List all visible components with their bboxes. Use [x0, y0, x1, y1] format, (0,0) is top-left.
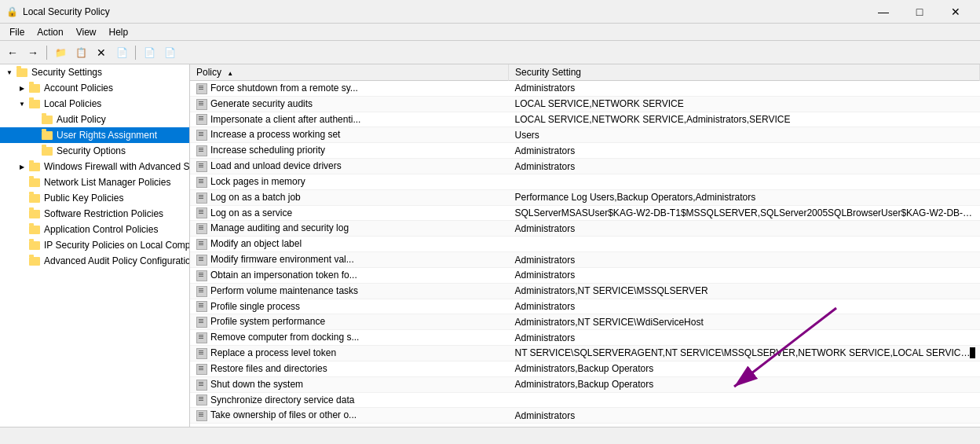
table-row[interactable]: Take ownership of files or other o...Adm…	[190, 408, 980, 424]
folder-icon-windows-firewall	[28, 160, 41, 173]
maximize-button[interactable]: □	[901, 0, 938, 24]
sidebar-item-ip-security[interactable]: IP Security Policies on Local Compute...	[0, 237, 189, 253]
sidebar-item-audit-policy[interactable]: Audit Policy	[0, 112, 189, 127]
forward-button[interactable]: →	[24, 44, 42, 61]
table-row[interactable]: Generate security auditsLOCAL SERVICE,NE…	[190, 96, 980, 112]
policy-name: Shut down the system	[210, 379, 303, 390]
policy-name: Log on as a service	[210, 207, 292, 218]
tree-expander-security-settings[interactable]: ▼	[3, 66, 16, 79]
table-row[interactable]: Remove computer from docking s...Adminis…	[190, 330, 980, 346]
policy-cell: Lock pages in memory	[190, 174, 509, 189]
sidebar-item-windows-firewall[interactable]: ▶Windows Firewall with Advanced Secu...	[0, 159, 189, 174]
policy-cell: Shut down the system	[190, 376, 509, 392]
sidebar-label-ip-security: IP Security Policies on Local Compute...	[44, 240, 189, 251]
tree-expander-public-key	[16, 192, 28, 204]
table-row[interactable]: Profile single processAdministrators	[190, 299, 980, 314]
minimize-button[interactable]: —	[865, 0, 901, 24]
sidebar-item-security-options[interactable]: Security Options	[0, 143, 189, 159]
toolbar-separator	[46, 46, 47, 60]
tree-expander-advanced-audit	[16, 255, 28, 267]
policy-table[interactable]: Policy ▲ Security Setting Force shutdown…	[190, 64, 980, 427]
main-container: ▼Security Settings▶Account Policies▼Loca…	[0, 64, 980, 427]
policy-row-icon	[196, 177, 207, 188]
folder-icon-advanced-audit	[28, 255, 41, 267]
table-row[interactable]: Profile system performanceAdministrators…	[190, 314, 980, 330]
policy-cell: Perform volume maintenance tasks	[190, 283, 509, 299]
menu-item-view[interactable]: View	[70, 25, 103, 39]
tree-expander-windows-firewall[interactable]: ▶	[16, 160, 28, 173]
table-row[interactable]: Synchronize directory service data	[190, 392, 980, 408]
sidebar-item-app-control[interactable]: Application Control Policies	[0, 222, 189, 237]
table-row[interactable]: Manage auditing and security logAdminist…	[190, 221, 980, 237]
setting-cell: NT SERVICE\SQLSERVERAGENT,NT SERVICE\MSS…	[509, 346, 980, 361]
table-row[interactable]: Lock pages in memory	[190, 174, 980, 189]
table-row[interactable]: Restore files and directoriesAdministrat…	[190, 361, 980, 376]
sidebar-item-security-settings[interactable]: ▼Security Settings	[0, 64, 189, 80]
help-button[interactable]: 📄	[160, 44, 179, 61]
policy-row-icon	[196, 223, 207, 234]
app-icon: 🔒	[6, 6, 18, 17]
table-row[interactable]: Log on as a serviceSQLServerMSASUser$KAG…	[190, 205, 980, 221]
sidebar-item-account-policies[interactable]: ▶Account Policies	[0, 80, 189, 96]
copy-button[interactable]: 📋	[71, 44, 90, 61]
table-row[interactable]: Load and unload device driversAdministra…	[190, 159, 980, 174]
policy-row-icon	[196, 348, 207, 359]
properties-button[interactable]: 📄	[112, 44, 131, 61]
table-row[interactable]: Perform volume maintenance tasksAdminist…	[190, 283, 980, 299]
policy-name: Generate security audits	[210, 98, 313, 109]
menu-item-help[interactable]: Help	[103, 25, 135, 39]
policy-name: Replace a process level token	[210, 347, 336, 358]
title-bar: 🔒 Local Security Policy — □ ✕	[0, 0, 980, 24]
open-button[interactable]: 📁	[51, 44, 70, 61]
sidebar-item-network-list[interactable]: Network List Manager Policies	[0, 174, 189, 190]
folder-icon-network-list	[28, 176, 41, 189]
policy-row-icon	[196, 364, 207, 375]
menu-item-action[interactable]: Action	[31, 25, 69, 39]
policy-column-header[interactable]: Policy ▲	[190, 64, 509, 81]
sidebar-item-user-rights[interactable]: User Rights Assignment	[0, 127, 189, 143]
table-row[interactable]: Modify an object label	[190, 237, 980, 252]
tree-expander-local-policies[interactable]: ▼	[16, 97, 28, 110]
table-row[interactable]: Shut down the systemAdministrators,Backu…	[190, 376, 980, 392]
policy-name: Perform volume maintenance tasks	[210, 285, 358, 296]
export-button[interactable]: 📄	[140, 44, 159, 61]
table-row[interactable]: Replace a process level tokenNT SERVICE\…	[190, 346, 980, 361]
menu-item-file[interactable]: File	[3, 25, 31, 39]
sidebar-item-software-restriction[interactable]: Software Restriction Policies	[0, 206, 189, 222]
sidebar-label-user-rights: User Rights Assignment	[57, 130, 157, 141]
setting-column-header[interactable]: Security Setting	[509, 64, 980, 81]
policy-name: Modify an object label	[210, 238, 302, 249]
policy-row-icon	[196, 255, 207, 266]
policy-cell: Profile single process	[190, 299, 509, 314]
table-body: Force shutdown from a remote sy...Admini…	[190, 81, 980, 424]
table-row[interactable]: Force shutdown from a remote sy...Admini…	[190, 81, 980, 97]
sidebar-item-advanced-audit[interactable]: Advanced Audit Policy Configuration	[0, 253, 189, 269]
sidebar-label-audit-policy: Audit Policy	[57, 114, 106, 125]
close-button[interactable]: ✕	[938, 0, 974, 24]
policy-row-icon	[196, 380, 207, 391]
folder-icon-account-policies	[28, 82, 41, 94]
policy-cell: Restore files and directories	[190, 361, 509, 376]
table-row[interactable]: Obtain an impersonation token fo...Admin…	[190, 267, 980, 283]
setting-cell	[509, 174, 980, 189]
tree-expander-app-control	[16, 223, 28, 236]
policy-row-icon	[196, 130, 207, 141]
table-row[interactable]: Impersonate a client after authenti...LO…	[190, 112, 980, 127]
policy-cell: Modify an object label	[190, 237, 509, 252]
window-controls: — □ ✕	[865, 0, 974, 24]
highlighted-account	[970, 347, 975, 358]
folder-icon-audit-policy	[41, 113, 53, 126]
sidebar-item-public-key[interactable]: Public Key Policies	[0, 190, 189, 206]
back-button[interactable]: ←	[3, 44, 22, 61]
table-row[interactable]: Modify firmware environment val...Admini…	[190, 252, 980, 268]
sidebar-scroll[interactable]: ▼Security Settings▶Account Policies▼Loca…	[0, 64, 189, 427]
sidebar-item-local-policies[interactable]: ▼Local Policies	[0, 96, 189, 112]
table-row[interactable]: Increase scheduling priorityAdministrato…	[190, 143, 980, 159]
window-title: Local Security Policy	[23, 6, 865, 17]
delete-button[interactable]: ✕	[92, 44, 111, 61]
table-row[interactable]: Increase a process working setUsers	[190, 127, 980, 143]
table-row[interactable]: Log on as a batch jobPerformance Log Use…	[190, 189, 980, 205]
tree-expander-software-restriction	[16, 207, 28, 220]
folder-icon-security-settings	[16, 66, 28, 79]
tree-expander-account-policies[interactable]: ▶	[16, 82, 28, 94]
